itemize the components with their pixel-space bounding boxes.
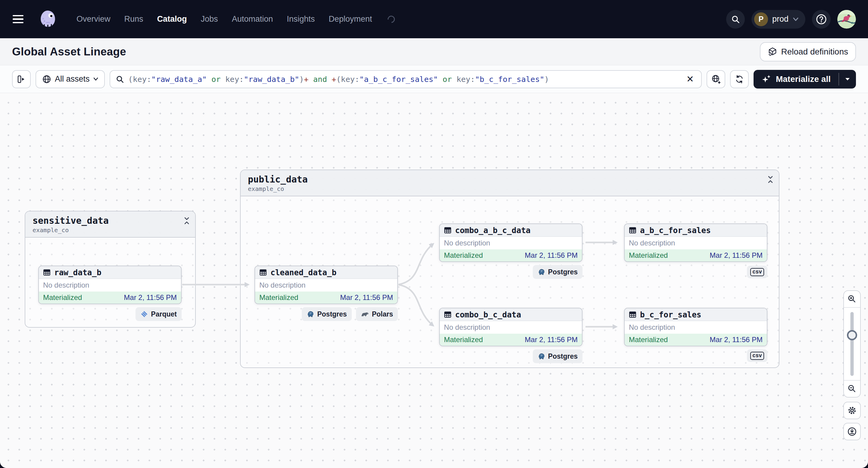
nav-item-insights[interactable]: Insights <box>287 14 315 24</box>
chevron-down-icon <box>93 77 98 81</box>
nav-item-jobs[interactable]: Jobs <box>201 14 218 24</box>
asset-description: No description <box>440 321 582 334</box>
hamburger-menu-icon[interactable] <box>13 12 30 26</box>
kind-tag-postgres[interactable]: Postgres <box>302 307 351 321</box>
materialize-all-label: Materialize all <box>776 74 831 84</box>
materialization-timestamp[interactable]: Mar 2, 11:56 PM <box>525 336 578 344</box>
page-header: Global Asset Lineage Reload definitions <box>0 38 868 65</box>
user-avatar[interactable] <box>837 10 856 29</box>
csv-icon: csv <box>750 352 764 360</box>
kind-tag-csv[interactable]: csv <box>747 349 767 362</box>
zoom-in-button[interactable] <box>844 291 860 307</box>
zoom-out-button[interactable] <box>844 381 860 397</box>
table-icon <box>43 268 51 277</box>
asset-node-cleaned-data-b[interactable]: cleaned_data_b No description Materializ… <box>254 266 398 304</box>
asset-name: b_c_for_sales <box>640 310 702 319</box>
zoom-slider[interactable] <box>844 308 860 380</box>
asset-node-header: b_c_for_sales <box>625 308 767 321</box>
asset-node-a-b-c-for-sales[interactable]: a_b_c_for_sales No description Materiali… <box>624 223 767 262</box>
zoom-in-icon <box>847 294 857 304</box>
materialization-timestamp[interactable]: Mar 2, 11:56 PM <box>124 293 177 302</box>
asset-description: No description <box>440 237 582 249</box>
refresh-button[interactable] <box>730 70 749 88</box>
kind-tag-label: Postgres <box>317 310 347 318</box>
materialization-timestamp[interactable]: Mar 2, 11:56 PM <box>710 336 763 344</box>
zoom-slider-handle[interactable] <box>847 330 857 340</box>
gear-icon <box>847 406 857 415</box>
dagster-logo[interactable] <box>38 9 58 30</box>
kind-tag-postgres[interactable]: Postgres <box>533 265 583 279</box>
help-button[interactable] <box>812 10 831 29</box>
globe-icon <box>42 75 51 84</box>
asset-name: combo_a_b_c_data <box>455 226 530 235</box>
asset-selection-query: (key:"raw_data_a" or key:"raw_data_b")+ … <box>128 75 680 84</box>
status-badge: Materialized <box>444 251 483 259</box>
asset-name: a_b_c_for_sales <box>640 226 711 235</box>
nav-item-overview[interactable]: Overview <box>76 14 111 24</box>
asset-node-b-c-for-sales[interactable]: b_c_for_sales No description Materialize… <box>624 308 767 346</box>
materialization-timestamp[interactable]: Mar 2, 11:56 PM <box>710 251 763 259</box>
zoom-out-icon <box>847 384 857 393</box>
materialize-all-button[interactable]: Materialize all <box>753 70 838 89</box>
polars-icon <box>361 311 369 317</box>
asset-search-input[interactable]: (key:"raw_data_a" or key:"raw_data_b")+ … <box>110 70 702 88</box>
nav-item-automation[interactable]: Automation <box>232 14 273 24</box>
asset-scope-dropdown[interactable]: All assets <box>35 70 105 88</box>
deployment-badge: P <box>754 12 768 26</box>
top-nav: Overview Runs Catalog Jobs Automation In… <box>0 0 868 38</box>
nav-right-cluster: P prod <box>726 10 856 29</box>
search-icon <box>731 15 740 24</box>
loading-spinner-icon <box>386 14 396 24</box>
asset-status-row: Materialized Mar 2, 11:56 PM <box>440 249 582 261</box>
search-icon <box>116 75 124 84</box>
asset-node-header: combo_b_c_data <box>440 308 582 321</box>
table-icon <box>628 311 637 319</box>
graph-settings-button[interactable] <box>843 402 861 419</box>
status-badge: Materialized <box>629 251 668 259</box>
asset-name: combo_b_c_data <box>455 310 521 319</box>
asset-node-raw-data-b[interactable]: raw_data_b No description Materialized M… <box>38 266 182 304</box>
nav-item-deployment[interactable]: Deployment <box>329 14 372 24</box>
asset-node-header: a_b_c_for_sales <box>625 224 767 237</box>
asset-description: No description <box>625 237 767 249</box>
asset-status-row: Materialized Mar 2, 11:56 PM <box>39 291 181 304</box>
postgres-icon <box>307 310 314 318</box>
open-left-panel-button[interactable] <box>12 70 31 88</box>
materialization-timestamp[interactable]: Mar 2, 11:56 PM <box>525 251 578 259</box>
deployment-name: prod <box>772 14 788 24</box>
kind-tag-polars[interactable]: Polars <box>356 307 398 321</box>
clear-query-button[interactable]: ✕ <box>685 74 696 84</box>
global-selection-button[interactable] <box>707 70 725 88</box>
help-icon <box>815 13 827 25</box>
status-badge: Materialized <box>629 336 668 344</box>
postgres-icon <box>537 352 546 360</box>
asset-scope-label: All assets <box>55 74 90 84</box>
refresh-icon <box>735 74 744 84</box>
table-icon <box>444 311 452 319</box>
kind-tag-parquet[interactable]: Parquet <box>135 307 182 321</box>
kind-tag-label: Polars <box>372 310 393 318</box>
deployment-switcher[interactable]: P prod <box>751 10 805 29</box>
asset-node-combo-b-c-data[interactable]: combo_b_c_data No description Materializ… <box>439 308 583 346</box>
asset-status-row: Materialized Mar 2, 11:56 PM <box>625 334 767 346</box>
kind-tag-postgres[interactable]: Postgres <box>533 349 583 363</box>
materialization-timestamp[interactable]: Mar 2, 11:56 PM <box>340 293 393 302</box>
download-image-button[interactable] <box>843 423 861 440</box>
reload-definitions-label: Reload definitions <box>781 47 848 57</box>
asset-name: raw_data_b <box>54 268 101 277</box>
globe-plus-icon <box>711 74 721 84</box>
materialize-options-button[interactable] <box>839 70 856 89</box>
lineage-canvas[interactable]: sensitive_data example_co public_data ex… <box>0 93 868 468</box>
reload-definitions-button[interactable]: Reload definitions <box>760 42 856 61</box>
nav-item-runs[interactable]: Runs <box>124 14 143 24</box>
parquet-icon <box>141 310 148 318</box>
search-button[interactable] <box>726 10 745 29</box>
nav-item-catalog[interactable]: Catalog <box>157 14 187 24</box>
zoom-slider-track[interactable] <box>850 312 854 376</box>
zoom-controls <box>843 290 861 440</box>
kind-tag-csv[interactable]: csv <box>747 266 767 278</box>
sparkles-icon <box>762 74 772 84</box>
asset-description: No description <box>39 279 181 291</box>
asset-node-combo-a-b-c-data[interactable]: combo_a_b_c_data No description Material… <box>439 223 583 262</box>
download-icon <box>847 427 857 436</box>
